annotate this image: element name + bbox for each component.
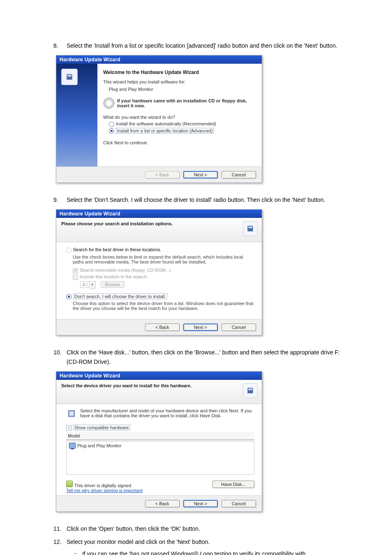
check-label: Show compatible hardware	[73, 425, 130, 430]
dialog-heading: Welcome to the Hardware Update Wizard	[103, 69, 256, 75]
browse-button: Browse	[101, 281, 125, 288]
cancel-button[interactable]: Cancel	[221, 171, 256, 178]
dont-search-note: Choose this option to select the device …	[73, 301, 254, 311]
step-text: Select your monitor model and click on t…	[67, 537, 342, 547]
wizard-question: What do you want the wizard to do?	[103, 115, 256, 120]
hardware-icon	[61, 69, 78, 85]
check-label: Include this location in the search:	[80, 274, 148, 279]
chip-icon	[66, 408, 77, 420]
step-10: 10. Click on the 'Have disk...' button, …	[53, 348, 347, 368]
model-list[interactable]: Plug and Play Monitor	[66, 441, 254, 475]
list-item[interactable]: Plug and Play Monitor	[67, 442, 254, 450]
monitor-icon	[69, 443, 76, 449]
step-text: Select the 'Don't Search. I will choose …	[67, 195, 342, 205]
check-removable: Search removable media (floppy, CD-ROM..…	[73, 268, 254, 273]
step-12: 12. Select your monitor model and click …	[53, 537, 347, 555]
step-8: 8. Select the 'Install from a list or sp…	[53, 41, 347, 51]
signed-line: This driver is digitally signed.	[66, 481, 143, 488]
dialog-select-driver: Hardware Update Wizard Select the device…	[56, 371, 262, 512]
step-number: 9.	[53, 195, 65, 205]
check-label: Search removable media (floppy, CD-ROM..…	[80, 268, 171, 273]
search-note: Use the check boxes below to limit or ex…	[73, 254, 254, 264]
select-note: Select the manufacturer and nodel of you…	[80, 408, 254, 420]
dialog-title: Hardware Update Wizard	[56, 56, 262, 64]
radio-label: Install from a list or specific location…	[116, 128, 214, 134]
dialog-subtitle: Select the device driver you want to ins…	[61, 383, 191, 388]
radio-dont-search[interactable]: Don't search. I will choose the driver t…	[66, 294, 254, 299]
dialog-search-options: Hardware Update Wizard Please choose you…	[56, 209, 262, 335]
helps-line: This wizard helps you install software f…	[103, 79, 256, 84]
wizard-side-graphic	[56, 64, 97, 166]
back-button: < Back	[145, 171, 180, 178]
back-button[interactable]: < Back	[145, 500, 180, 507]
cd-instruction: If your hardware came with an installati…	[117, 98, 256, 108]
column-header-model[interactable]: Model	[66, 432, 254, 440]
next-button[interactable]: Next >	[183, 500, 218, 507]
model-name: Plug and Play Monitor	[77, 443, 122, 448]
step-number: 8.	[53, 41, 65, 51]
why-signing-link[interactable]: Tell me why driver signing is important	[66, 488, 143, 493]
hardware-icon	[243, 221, 258, 236]
certificate-icon	[66, 481, 73, 487]
radio-label: Install the software automatically (Reco…	[116, 121, 216, 126]
check-include-location: Include this location in the search:	[73, 274, 254, 280]
svg-rect-1	[70, 412, 74, 416]
location-input: A:\	[80, 281, 90, 288]
cancel-button[interactable]: Cancel	[221, 500, 256, 507]
step-number: 12.	[53, 537, 65, 547]
back-button[interactable]: < Back	[145, 324, 180, 331]
dropdown-caret-icon: ▾	[90, 281, 96, 289]
device-name: Plug and Play Monitor	[109, 87, 256, 92]
have-disk-button[interactable]: Have Disk...	[212, 481, 254, 488]
next-button[interactable]: Next >	[183, 171, 218, 178]
next-button[interactable]: Next >	[183, 324, 218, 331]
step-text: Select the 'Install from a list or speci…	[67, 41, 342, 51]
step-number: 10.	[53, 348, 65, 358]
cd-icon	[103, 97, 115, 109]
cancel-button[interactable]: Cancel	[221, 324, 256, 331]
step-text: Click on the 'Have disk...' button, then…	[67, 348, 342, 368]
radio-install-from-list[interactable]: Install from a list or specific location…	[109, 128, 256, 134]
step-number: 11.	[53, 524, 65, 534]
step-9: 9. Select the 'Don't Search. I will choo…	[53, 195, 347, 205]
click-next-line: Click Next to continue.	[103, 140, 256, 145]
sub-text: If you can see the 'has not passed Windo…	[82, 549, 329, 555]
dialog-title: Hardware Update Wizard	[56, 372, 262, 380]
dialog-subtitle: Please choose your search and installati…	[61, 221, 173, 226]
dialog-title: Hardware Update Wizard	[56, 210, 262, 218]
step-11: 11. Click on the 'Open' button, then cli…	[53, 524, 347, 534]
radio-auto-install[interactable]: Install the software automatically (Reco…	[109, 121, 256, 127]
check-show-compatible[interactable]: Show compatible hardware	[66, 425, 254, 430]
dialog-welcome: Hardware Update Wizard Welcome to the Ha…	[56, 55, 262, 183]
radio-label: Don't search. I will choose the driver t…	[73, 294, 167, 299]
sub-dash: -	[70, 549, 81, 555]
step-text: Click on the 'Open' button, then click t…	[67, 524, 342, 534]
hardware-icon	[243, 383, 258, 398]
radio-label: Search for the best driver in these loca…	[73, 247, 161, 252]
radio-search-best[interactable]: Search for the best driver in these loca…	[66, 247, 254, 253]
